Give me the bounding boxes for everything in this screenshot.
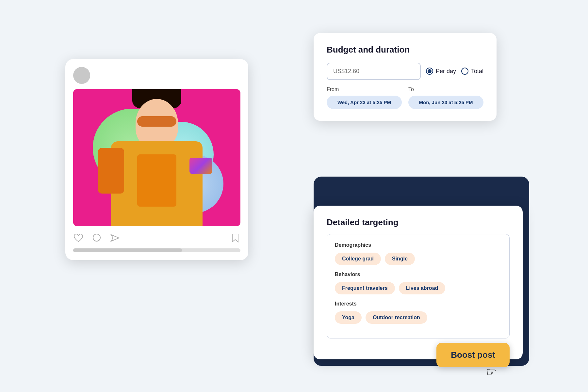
tag-yoga[interactable]: Yoga: [335, 311, 362, 324]
cursor-icon: ☞: [486, 365, 497, 379]
share-icon[interactable]: [110, 233, 120, 243]
person-card: [189, 158, 212, 174]
demographics-label: Demographics: [335, 242, 501, 248]
per-day-label: Per day: [436, 68, 456, 75]
comment-icon[interactable]: [91, 233, 102, 243]
social-actions-row: [73, 233, 240, 243]
social-media-card: [65, 59, 248, 260]
behaviors-label: Behaviors: [335, 272, 501, 277]
tag-outdoor-recreation[interactable]: Outdoor recreation: [366, 311, 427, 324]
total-radio[interactable]: Total: [461, 68, 483, 75]
total-label: Total: [471, 68, 483, 75]
interests-tags-row: Yoga Outdoor recreation: [335, 311, 501, 324]
tag-single[interactable]: Single: [385, 253, 415, 265]
svg-point-0: [93, 234, 100, 241]
social-card-header: [73, 67, 240, 84]
svg-marker-1: [111, 235, 119, 241]
avatar: [73, 67, 90, 84]
demographics-tags-row: College grad Single: [335, 253, 501, 265]
budget-duration-card: Budget and duration Per day Total From W…: [314, 33, 497, 121]
to-date-pill[interactable]: Mon, Jun 23 at 5:25 PM: [408, 96, 483, 109]
tag-lives-abroad[interactable]: Lives abroad: [399, 282, 446, 294]
targeting-content-box: Demographics College grad Single Behavio…: [327, 234, 510, 338]
per-day-radio[interactable]: Per day: [426, 68, 456, 75]
from-date-group: From Wed, Apr 23 at 5:25 PM: [327, 86, 402, 109]
targeting-card-title: Detailed targeting: [327, 217, 510, 227]
behaviors-tags-row: Frequent travelers Lives abroad: [335, 282, 501, 294]
total-radio-circle: [461, 68, 468, 75]
tag-frequent-travelers[interactable]: Frequent travelers: [335, 282, 395, 294]
budget-card-title: Budget and duration: [327, 45, 483, 55]
date-range-section: From Wed, Apr 23 at 5:25 PM To Mon, Jun …: [327, 86, 483, 109]
per-day-radio-circle: [426, 68, 433, 75]
tag-college-grad[interactable]: College grad: [335, 253, 381, 265]
detailed-targeting-card: Detailed targeting Demographics College …: [314, 206, 523, 359]
from-date-pill[interactable]: Wed, Apr 23 at 5:25 PM: [327, 96, 402, 109]
from-label: From: [327, 86, 402, 92]
interests-label: Interests: [335, 301, 501, 307]
person-shirt: [137, 154, 176, 207]
to-label: To: [408, 86, 483, 92]
person-sunglasses: [137, 116, 176, 127]
budget-input-row: Per day Total: [327, 63, 483, 80]
budget-amount-input[interactable]: [327, 63, 421, 80]
to-date-group: To Mon, Jun 23 at 5:25 PM: [408, 86, 483, 109]
post-image: [73, 89, 240, 226]
heart-icon[interactable]: [73, 233, 84, 243]
person-phone: [98, 148, 124, 194]
progress-bar: [73, 248, 240, 252]
bookmark-icon[interactable]: [230, 233, 240, 243]
boost-post-button[interactable]: Boost post: [436, 343, 510, 367]
scene: Budget and duration Per day Total From W…: [65, 33, 523, 359]
